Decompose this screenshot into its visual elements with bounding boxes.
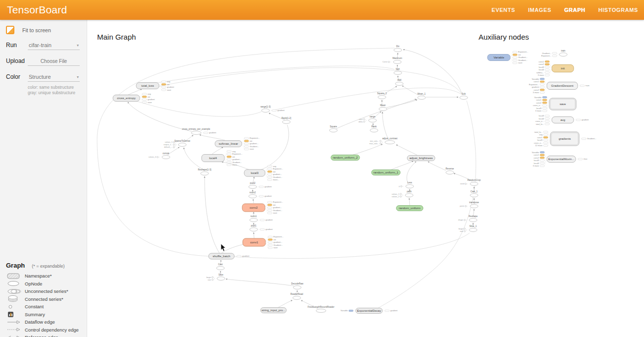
node-local4[interactable]: local4avgExponent...initgradient...Gradi… xyxy=(202,150,242,167)
svg-text:local3: local3 xyxy=(537,139,543,141)
legend-item-unconnected-series: Unconnected series* xyxy=(0,287,87,295)
svg-text:3 more: 3 more xyxy=(538,74,544,76)
node-shuffle_batch[interactable]: shuffle_batchgradient xyxy=(209,253,250,259)
svg-text:Sqrt: Sqrt xyxy=(396,68,400,70)
node-Square_1[interactable]: Square_1 xyxy=(377,92,387,99)
node-Div[interactable]: Div xyxy=(394,45,402,52)
node-range13[interactable]: range[1-3]gradient xyxy=(261,106,285,112)
svg-text:train: train xyxy=(586,84,590,87)
node-Less[interactable]: Lessy xyxy=(399,181,414,188)
node-local3[interactable]: local3avgExponent...initgradient...Gradi… xyxy=(244,165,283,181)
node-adjust_contrast[interactable]: adjust_contrastmin_valu...max_valu... xyxy=(370,137,398,145)
svg-text:begin: begin xyxy=(207,277,211,279)
svg-text:adjust_contrast: adjust_contrast xyxy=(382,137,398,140)
node-Reshape[interactable]: Reshapeshape xyxy=(458,215,478,222)
svg-text:gradient: gradient xyxy=(265,185,272,188)
svg-text:gradient: gradient xyxy=(167,86,174,88)
svg-text:Gradient...: Gradient... xyxy=(587,137,596,140)
fit-to-screen-icon[interactable] xyxy=(6,26,14,34)
svg-text:init: init xyxy=(232,156,235,158)
svg-text:values_0: values_0 xyxy=(149,156,156,158)
node-Reverse[interactable]: Reverse xyxy=(446,168,454,174)
node-Maximum[interactable]: MaximumConst xyxy=(382,57,402,64)
svg-text:save: save xyxy=(560,103,566,106)
node-GradientDescent[interactable]: GradientDescenttrainVariableconv1Exponen… xyxy=(529,78,590,94)
svg-text:conv1: conv1 xyxy=(534,154,539,156)
svg-text:Exponent...: Exponent... xyxy=(541,55,551,57)
svg-text:transpose: transpose xyxy=(469,201,479,204)
node-cepe[interactable]: cross_entropy_per_examplegradient xyxy=(182,128,217,135)
svg-text:max: max xyxy=(584,158,588,160)
node-Reshape13[interactable]: Reshape[1-3] xyxy=(198,168,211,175)
color-select[interactable]: Structure ▾ xyxy=(28,73,80,82)
svg-text:Variable: Variable xyxy=(341,309,348,312)
svg-text:Mean: Mean xyxy=(380,104,386,107)
node-RandomCrop[interactable]: RandomCropseed xyxy=(460,179,481,186)
node-norm1[interactable]: norm1gradient xyxy=(250,215,273,222)
node-Mean_1[interactable]: Mean_1 xyxy=(418,93,426,100)
node-save[interactable]: saveVariableconv1conv2cross_e...local33 … xyxy=(533,96,576,112)
node-avg[interactable]: avggradientlocal3local4cross_e...total_l… xyxy=(536,114,590,125)
svg-text:avg: avg xyxy=(273,165,276,168)
node-ExponentialDecay[interactable]: ExponentialDecaygradientVariable xyxy=(341,308,398,314)
node-norm2[interactable]: norm2gradient xyxy=(249,191,272,198)
mouse-cursor xyxy=(221,244,225,251)
svg-text:norm1: norm1 xyxy=(251,215,257,218)
node-Slice_1[interactable]: Slice_1beginsize xyxy=(459,225,477,232)
node-Rank[interactable]: Rank xyxy=(370,125,378,132)
node-Cast[interactable]: Cast xyxy=(216,263,224,270)
node-adjust_brightness[interactable]: adjust_brightness xyxy=(407,156,435,161)
node-Sqrt[interactable]: Sqrt xyxy=(394,68,402,75)
node-Sub[interactable]: Sub xyxy=(460,93,468,100)
top-app-bar: TensorBoard EVENTS IMAGES GRAPH HISTOGRA… xyxy=(0,0,644,20)
tab-histograms[interactable]: HISTOGRAMS xyxy=(598,7,638,13)
node-total_loss[interactable]: total_lossavginitgradientsave xyxy=(136,80,174,91)
svg-text:range[1-3]: range[1-3] xyxy=(261,106,271,108)
fit-to-screen-row: Fit to screen xyxy=(0,20,87,34)
legend-title: Graph xyxy=(6,262,25,269)
control-dependency-edge-icon xyxy=(7,328,25,332)
node-softmax_linear[interactable]: softmax_linearExponent...initgradient...… xyxy=(215,137,260,150)
node-Mean[interactable]: Mean xyxy=(379,104,387,111)
node-FixedLengthRecordReader[interactable]: FixedLengthRecordReader xyxy=(308,306,335,313)
node-SparseToDense[interactable]: SparseToDensevalues_1output_s...default_… xyxy=(163,140,190,148)
node-gradients[interactable]: gradientsGradient...total_lo...avgconv1l… xyxy=(534,131,596,147)
node-string_input_pro[interactable]: string_input_pro... xyxy=(261,308,286,313)
node-Cast_1[interactable]: Cast_1 xyxy=(470,190,478,197)
node-train[interactable]: trainGradient...Exponent... xyxy=(541,50,567,57)
node-ReaderRead[interactable]: ReaderRead xyxy=(290,293,303,300)
node-ExponentialMovin[interactable]: ExponentialMovin...maxVariableconv1conv2… xyxy=(532,151,588,168)
node-random_uniform_2[interactable]: random_uniform_2 xyxy=(331,155,360,161)
node-conv2[interactable]: conv2Exponent...initgradient...Gradient.… xyxy=(242,201,283,214)
svg-text:concat: concat xyxy=(162,152,169,155)
svg-text:init: init xyxy=(273,204,276,206)
node-Variable[interactable]: VariableExponent...initGradient...Gradie… xyxy=(487,51,528,64)
svg-text:gradient...: gradient... xyxy=(273,206,282,209)
run-select[interactable]: cifar-train ▾ xyxy=(28,41,80,50)
node-pool1[interactable]: pool1gradient xyxy=(250,225,273,231)
svg-text:pool1: pool1 xyxy=(251,225,257,227)
node-Rank12[interactable]: Rank[1-2] xyxy=(281,117,291,124)
node-conv1[interactable]: conv1Exponent...initgradient...Gradient.… xyxy=(243,235,283,249)
node-Slice[interactable]: Slicebeginsize xyxy=(207,274,225,281)
choose-file-button[interactable]: Choose File xyxy=(28,57,80,66)
svg-text:conv2: conv2 xyxy=(536,102,541,104)
node-random_uniform_1[interactable]: random_uniform_1 xyxy=(372,170,400,175)
node-range[interactable]: rangestartdelta xyxy=(359,115,376,123)
node-transpose[interactable]: transposeperm xyxy=(460,201,479,208)
node-Add[interactable]: Add xyxy=(395,79,403,86)
node-init[interactable]: initconv1conv2local3local4softma...3 mor… xyxy=(537,60,574,76)
run-label: Run xyxy=(6,42,28,49)
node-pack[interactable]: packvalues_1values_2 xyxy=(392,190,413,198)
svg-text:save: save xyxy=(148,101,152,104)
graph-canvas[interactable]: total_lossavginitgradientsavecross_entro… xyxy=(87,20,644,337)
svg-text:conv2: conv2 xyxy=(250,206,258,209)
svg-text:Reverse: Reverse xyxy=(446,168,454,170)
tab-graph[interactable]: GRAPH xyxy=(564,7,586,13)
node-concat[interactable]: concatvalues_0 xyxy=(149,152,170,159)
tab-events[interactable]: EVENTS xyxy=(491,7,515,13)
tab-images[interactable]: IMAGES xyxy=(528,7,551,13)
svg-text:softmax_linear: softmax_linear xyxy=(218,142,238,145)
node-pool2[interactable]: pool2gradient xyxy=(249,182,272,189)
node-random_uniform[interactable]: random_uniform xyxy=(396,206,423,211)
